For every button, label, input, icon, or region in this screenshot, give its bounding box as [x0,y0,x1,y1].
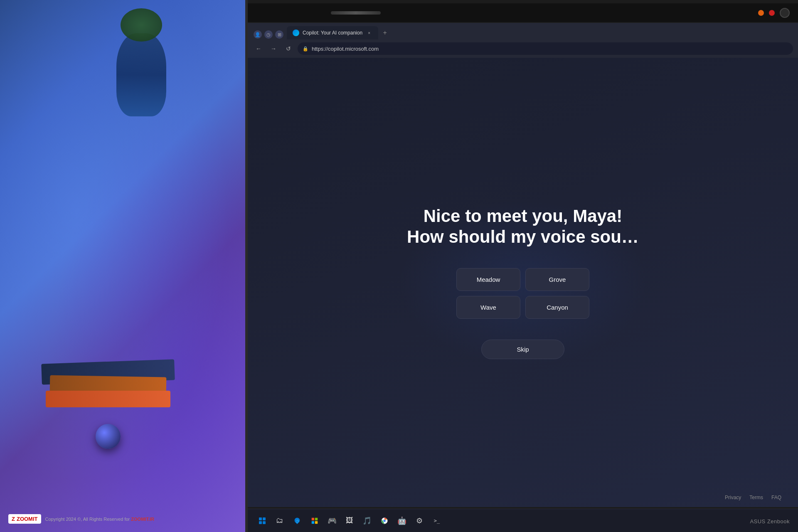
webcam-bar [248,3,798,22]
tab-bar: 👤 ◷ ⊞ Copilot: Your AI companion × + [248,23,798,39]
greeting-text: Nice to meet you, Maya! How should my vo… [407,206,639,248]
voice-options-grid: Meadow Grove Wave Canyon [456,268,589,319]
lock-icon: 🔒 [303,46,308,52]
voice-option-canyon[interactable]: Canyon [525,296,589,319]
zoomit-logo: Z ZOOMIT [8,514,41,524]
page-footer: Privacy Terms FAQ [725,495,781,500]
taskbar: 🗂 🎮 🖼 🎵 [248,509,798,532]
copilot-taskbar-icon[interactable]: 🤖 [394,513,410,529]
status-light-orange [758,10,764,16]
photos-taskbar-icon[interactable]: 🖼 [342,513,357,529]
store-taskbar-icon[interactable] [307,513,323,529]
browser-profile-icon[interactable]: 👤 [254,30,262,39]
browser-window: 👤 ◷ ⊞ Copilot: Your AI companion × + [248,23,798,507]
plant-decoration [121,8,162,42]
file-explorer-taskbar-icon[interactable]: 🗂 [272,513,288,529]
privacy-link[interactable]: Privacy [725,495,741,500]
terms-link[interactable]: Terms [749,495,763,500]
chrome-taskbar-icon[interactable] [377,513,392,529]
refresh-button[interactable]: ↺ [283,43,294,54]
zoomit-copyright: Copyright 2024 ©, All Rights Reserved fo… [45,517,154,522]
book-stack [42,324,200,407]
svg-rect-1 [315,517,318,520]
terminal-label: >_ [434,518,440,524]
marble-decoration [96,424,121,449]
copilot-content: Nice to meet you, Maya! How should my vo… [357,189,689,376]
browser-tab-active[interactable]: Copilot: Your AI companion × [287,26,378,39]
skip-button[interactable]: Skip [481,340,564,359]
zoomit-logo-text: ZOOMIT [17,516,38,522]
windows-logo-icon [259,517,266,524]
svg-rect-2 [312,521,314,523]
browser-history-icon[interactable]: ◷ [264,30,273,39]
browser-controls-left: 👤 ◷ ⊞ [251,30,286,39]
back-button[interactable]: ← [253,43,264,54]
book-3 [46,391,170,407]
laptop-bezel: 👤 ◷ ⊞ Copilot: Your AI companion × + [245,0,798,532]
windows-start-button[interactable] [254,513,270,529]
settings-taskbar-icon[interactable]: ⚙ [411,513,427,529]
svg-rect-3 [315,521,318,523]
asus-branding: ASUS Zenbook [750,518,790,525]
voice-option-meadow[interactable]: Meadow [456,268,520,291]
copilot-page: Nice to meet you, Maya! How should my vo… [248,58,798,507]
tab-close-button[interactable]: × [366,30,372,36]
background-photo: Z ZOOMIT Copyright 2024 ©, All Rights Re… [0,0,256,532]
svg-rect-0 [312,517,314,520]
zoomit-url: ZOOMIT.IR [131,517,154,522]
laptop-wrapper: 👤 ◷ ⊞ Copilot: Your AI companion × + [245,0,798,532]
tab-title: Copilot: Your AI companion [303,30,362,36]
tab-favicon-copilot [293,30,299,36]
url-text: https://copilot.microsoft.com [312,46,379,52]
greeting-line-1: Nice to meet you, Maya! [407,206,639,227]
zoomit-watermark: Z ZOOMIT Copyright 2024 ©, All Rights Re… [8,514,154,524]
edge-taskbar-icon[interactable] [289,513,305,529]
terminal-taskbar-icon[interactable]: >_ [429,513,445,529]
faq-link[interactable]: FAQ [771,495,781,500]
address-bar-row: ← → ↺ 🔒 https://copilot.microsoft.com [248,39,798,58]
address-bar[interactable]: 🔒 https://copilot.microsoft.com [298,42,793,55]
voice-option-grove[interactable]: Grove [525,268,589,291]
svg-point-5 [383,520,386,522]
browser-chrome: 👤 ◷ ⊞ Copilot: Your AI companion × + [248,23,798,58]
browser-new-tab-icon[interactable]: ⊞ [275,30,283,39]
zoomit-z-icon: Z [12,516,15,522]
voice-option-wave[interactable]: Wave [456,296,520,319]
music-taskbar-icon[interactable]: 🎵 [359,513,375,529]
new-tab-button[interactable]: + [379,27,391,39]
webcam-camera [780,8,790,18]
webcam-indicator-bar [331,11,381,15]
status-light-red [769,10,775,16]
steam-taskbar-icon[interactable]: 🎮 [324,513,340,529]
vase-decoration [116,33,166,116]
greeting-line-2: How should my voice sou… [407,227,639,247]
forward-button[interactable]: → [268,43,279,54]
